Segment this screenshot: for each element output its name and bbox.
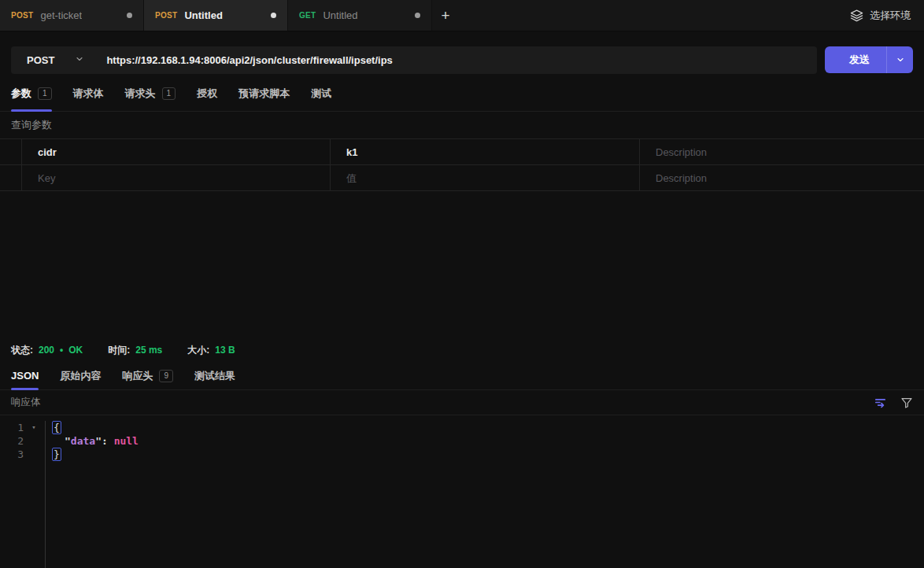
line-number: 2 [0, 434, 24, 448]
size-value: 13 B [215, 345, 235, 356]
response-body-editor[interactable]: 1 ▾ 2 3 { "data": null } [0, 415, 924, 568]
time-value: 25 ms [135, 345, 162, 356]
param-value-cell [331, 139, 640, 164]
line-number-gutter: 1 ▾ 2 3 [0, 421, 46, 568]
open-brace: { [52, 421, 61, 434]
param-key-cell [22, 139, 331, 164]
row-handle-cell[interactable] [0, 165, 22, 190]
param-value-input[interactable] [346, 146, 639, 158]
method-label: POST [11, 11, 33, 20]
colon: : [102, 435, 114, 447]
status-bullet: • [60, 345, 63, 356]
layers-icon [850, 9, 863, 22]
headers-count-badge: 1 [162, 87, 176, 100]
close-brace: } [52, 448, 61, 461]
tab-response-headers[interactable]: 响应头 9 [122, 362, 173, 389]
json-key: data [71, 435, 95, 447]
json-code[interactable]: { "data": null } [46, 421, 139, 568]
request-tab-title: Untitled [184, 9, 222, 21]
url-input[interactable] [106, 54, 817, 66]
status-text: OK [68, 345, 83, 356]
line-number: 3 [0, 448, 24, 461]
environment-selector-label: 选择环境 [870, 9, 911, 23]
tab-label: 授权 [197, 87, 217, 101]
tab-label: 响应头 [122, 369, 153, 383]
unsaved-dot [127, 13, 132, 18]
response-status-bar: 状态: 200 • OK 时间: 25 ms 大小: 13 B [0, 338, 924, 362]
format-code-icon[interactable] [874, 396, 887, 409]
tab-label: 原始内容 [60, 369, 101, 383]
code-line: } [52, 448, 139, 461]
tab-response-json[interactable]: JSON [11, 362, 39, 389]
unsaved-dot [415, 13, 420, 18]
tab-pre-request-script[interactable]: 预请求脚本 [238, 76, 290, 111]
quote: " [95, 435, 102, 447]
param-row [0, 139, 924, 165]
param-description-input[interactable] [656, 172, 924, 184]
param-key-input[interactable] [38, 172, 330, 184]
status-label: 状态: [11, 344, 33, 357]
tab-headers[interactable]: 请求头 1 [125, 76, 176, 111]
response-tabs: JSON 原始内容 响应头 9 测试结果 [0, 362, 924, 390]
send-options-caret[interactable] [886, 46, 913, 73]
method-label: GET [299, 11, 316, 20]
filter-icon[interactable] [900, 396, 913, 409]
param-value-cell [331, 165, 640, 190]
send-button-label: 发送 [825, 53, 886, 67]
response-body-label: 响应体 [11, 396, 41, 409]
status-code: 200 [39, 345, 54, 356]
time-label: 时间: [108, 344, 130, 357]
request-config-tabs: 参数 1 请求体 请求头 1 授权 预请求脚本 测试 [0, 76, 924, 112]
tab-label: 预请求脚本 [238, 87, 290, 101]
request-tab-untitled-post[interactable]: POST Untitled [144, 0, 288, 31]
method-dropdown-value: POST [27, 54, 54, 66]
tab-response-raw[interactable]: 原始内容 [60, 362, 101, 389]
method-label: POST [155, 11, 177, 20]
chevron-down-icon [75, 54, 84, 66]
tab-label: 测试 [311, 87, 331, 101]
query-params-table [0, 138, 924, 191]
environment-selector[interactable]: 选择环境 [837, 0, 924, 31]
send-button[interactable]: 发送 [825, 46, 913, 73]
tab-tests[interactable]: 测试 [311, 76, 331, 111]
response-body-header: 响应体 [0, 390, 924, 415]
row-handle-cell[interactable] [0, 139, 22, 164]
request-tab-get-ticket[interactable]: POST get-ticket [0, 0, 144, 31]
tab-test-results[interactable]: 测试结果 [194, 362, 235, 389]
query-params-label: 查询参数 [0, 112, 924, 138]
code-line: "data": null [52, 434, 139, 448]
param-description-cell [640, 165, 924, 190]
json-value-null: null [114, 435, 139, 447]
code-line: { [52, 421, 139, 434]
url-row: POST 发送 [11, 46, 913, 74]
size-label: 大小: [187, 344, 209, 357]
method-dropdown[interactable]: POST [11, 54, 98, 66]
param-key-input[interactable] [38, 146, 330, 158]
request-tab-title: Untitled [323, 9, 357, 21]
new-tab-button[interactable]: + [432, 0, 459, 31]
param-description-cell [640, 139, 924, 164]
tab-params[interactable]: 参数 1 [11, 76, 52, 111]
param-row-empty [0, 165, 924, 191]
param-key-cell [22, 165, 331, 190]
tab-label: 请求体 [73, 87, 104, 101]
tab-body[interactable]: 请求体 [73, 76, 104, 111]
response-headers-count-badge: 9 [159, 370, 173, 382]
fold-arrow-icon[interactable]: ▾ [24, 421, 44, 434]
tab-label: JSON [11, 370, 39, 382]
param-description-input[interactable] [656, 146, 924, 158]
quote: " [65, 435, 71, 447]
empty-space [0, 191, 924, 338]
url-bar: POST [11, 46, 817, 74]
unsaved-dot [271, 13, 276, 18]
request-tab-title: get-ticket [40, 9, 82, 21]
params-count-badge: 1 [38, 87, 52, 100]
request-tab-bar: POST get-ticket POST Untitled GET Untitl… [0, 0, 924, 31]
tab-label: 测试结果 [194, 369, 235, 383]
request-tab-untitled-get[interactable]: GET Untitled [288, 0, 432, 31]
tab-auth[interactable]: 授权 [197, 76, 217, 111]
tab-label: 参数 [11, 87, 31, 101]
tab-label: 请求头 [125, 87, 156, 101]
line-number: 1 [0, 421, 24, 434]
param-value-input[interactable] [346, 172, 639, 184]
